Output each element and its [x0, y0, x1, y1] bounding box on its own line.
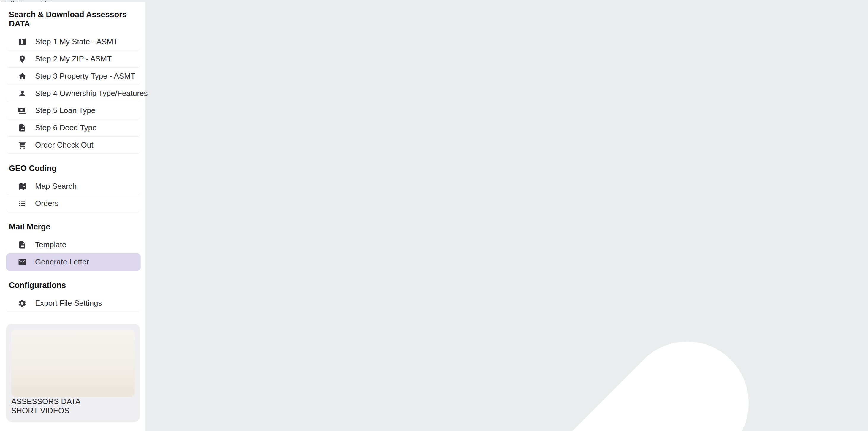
sidebar-item-generate-letter[interactable]: Generate Letter — [6, 253, 141, 271]
sidebar-item-label: Step 4 Ownership Type/Features — [35, 89, 148, 98]
cart-icon — [18, 141, 27, 150]
section-title: Mail Merge — [6, 222, 141, 236]
sidebar-item-label: Step 5 Loan Type — [35, 106, 95, 115]
sidebar-item-label: Step 3 Property Type - ASMT — [35, 71, 135, 81]
video-title: ASSESSORS DATA — [11, 397, 135, 406]
sidebar-item-label: Step 1 My State - ASMT — [35, 37, 118, 46]
map-search-icon — [18, 182, 27, 191]
sidebar-item-orders[interactable]: Orders — [6, 195, 141, 212]
sidebar-item-template[interactable]: Template — [6, 236, 141, 253]
sidebar-item-export-file-settings[interactable]: Export File Settings — [6, 295, 141, 312]
section-title: GEO Coding — [6, 164, 141, 178]
gear-icon — [18, 299, 27, 308]
sidebar-item-label: Orders — [35, 199, 59, 208]
sidebar-item-label: Step 6 Deed Type — [35, 123, 97, 132]
video-card[interactable]: ASSESSORS DATA SHORT VIDEOS — [6, 324, 140, 422]
video-subtitle: SHORT VIDEOS — [11, 406, 135, 415]
video-floor — [11, 370, 135, 397]
location-pin-icon — [18, 55, 27, 64]
sidebar-item-label: Map Search — [35, 182, 76, 191]
sidebar-item-step-4-ownership-type-features[interactable]: Step 4 Ownership Type/Features — [6, 85, 141, 102]
list-icon — [18, 199, 27, 208]
sidebar-item-label: Step 2 My ZIP - ASMT — [35, 54, 112, 64]
person-icon — [18, 89, 27, 98]
home-icon — [18, 72, 27, 81]
sidebar-sections: Search & Download Assessors DATAStep 1 M… — [6, 10, 141, 312]
deed-document-icon — [18, 123, 27, 132]
template-document-icon — [18, 240, 27, 249]
sidebar-item-order-check-out[interactable]: Order Check Out — [6, 136, 141, 154]
sidebar-item-step-1-my-state-asmt[interactable]: Step 1 My State - ASMT — [6, 33, 141, 51]
sidebar-item-step-6-deed-type[interactable]: Step 6 Deed Type — [6, 119, 141, 136]
video-thumbnail[interactable] — [11, 330, 135, 397]
sidebar-item-step-2-my-zip-asmt[interactable]: Step 2 My ZIP - ASMT — [6, 51, 141, 68]
banknote-icon — [18, 106, 27, 115]
section-title: Search & Download Assessors DATA — [6, 10, 141, 33]
map-icon — [18, 37, 27, 46]
sidebar: Search & Download Assessors DATAStep 1 M… — [0, 2, 146, 431]
envelope-icon — [18, 258, 27, 267]
sidebar-item-label: Export File Settings — [35, 299, 102, 308]
sidebar-item-label: Order Check Out — [35, 141, 94, 150]
section-title: Configurations — [6, 281, 141, 295]
sidebar-item-step-3-property-type-asmt[interactable]: Step 3 Property Type - ASMT — [6, 68, 141, 85]
sidebar-item-label: Template — [35, 240, 66, 249]
sidebar-item-step-5-loan-type[interactable]: Step 5 Loan Type — [6, 102, 141, 119]
sidebar-item-label: Generate Letter — [35, 257, 89, 267]
sidebar-item-map-search[interactable]: Map Search — [6, 178, 141, 195]
